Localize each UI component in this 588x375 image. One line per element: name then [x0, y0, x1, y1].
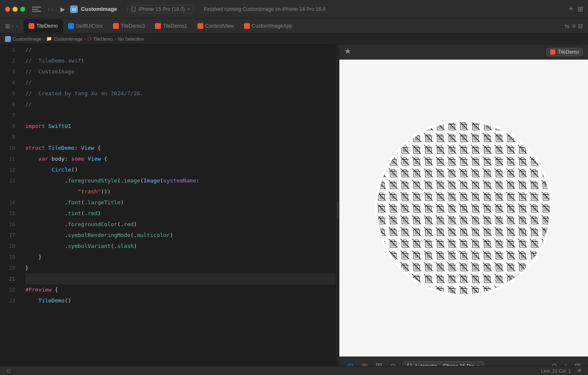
code-line: .foregroundStyle(.image(Image(systemName…: [25, 175, 336, 186]
svg-rect-4: [550, 49, 555, 55]
code-line: // Created by Yang Xu on 2024/7/26.: [25, 88, 336, 99]
svg-rect-20: [379, 364, 381, 366]
code-line: //: [25, 77, 336, 88]
code-area[interactable]: 1 2 3 4 5 6 7 8 9 10 11 12 13 14 15 16 1…: [0, 44, 336, 375]
breadcrumb-folder[interactable]: CustomImage: [54, 36, 82, 42]
project-icon: CI: [70, 5, 78, 13]
pin-button[interactable]: [344, 48, 351, 56]
layout-icon[interactable]: ⊞: [578, 368, 581, 373]
tab-back[interactable]: ‹: [12, 22, 14, 30]
svg-point-25: [393, 365, 393, 365]
main-content: 1 2 3 4 5 6 7 8 9 10 11 12 13 14 15 16 1…: [0, 44, 588, 375]
code-line: // CustomImage: [25, 66, 336, 77]
preview-svg: [375, 120, 552, 296]
code-line: //: [25, 44, 336, 55]
svg-rect-19: [376, 364, 378, 366]
breadcrumb-file[interactable]: TileDemo: [93, 36, 113, 42]
svg-text:CI: CI: [72, 8, 76, 12]
add-button[interactable]: +: [569, 5, 573, 13]
status-bar: ◻ Line: 21 Col: 1 ⊞: [0, 366, 588, 375]
sidebar-toggle[interactable]: [32, 7, 41, 12]
code-line: [25, 110, 336, 121]
code-lines: // // TileDemo.swift // CustomImage // /…: [18, 44, 336, 375]
breadcrumb: CustomImage › 📁 CustomImage › ⬡ TileDemo…: [0, 34, 588, 44]
tab-swiftuicore[interactable]: SwiftUICore: [63, 19, 108, 33]
swift-icon: [29, 23, 34, 29]
code-line: }: [25, 252, 336, 263]
editor-options[interactable]: ≡: [572, 23, 575, 29]
run-button[interactable]: ▶: [60, 6, 65, 13]
navigator-toggle[interactable]: ⊞: [5, 23, 10, 29]
code-line: //: [25, 99, 336, 110]
tab-tiledemo3[interactable]: TileDemo3: [108, 19, 150, 33]
code-line: struct TileDemo: View {: [25, 143, 336, 154]
code-line-highlighted: [25, 273, 336, 284]
breadcrumb-icon: [5, 36, 11, 42]
breadcrumb-folder-icon: 📁: [46, 36, 52, 42]
minimize-button[interactable]: [13, 7, 18, 12]
editor-divider[interactable]: [336, 44, 339, 375]
tab-tiledemo1[interactable]: TileDemo1: [150, 19, 192, 33]
status-icon[interactable]: ◻: [7, 368, 10, 373]
title-bar-right: + ⊞: [569, 5, 583, 13]
code-line: }: [25, 263, 336, 273]
code-line: .font(.largeTitle): [25, 197, 336, 208]
preview-toolbar: TileDemo: [339, 44, 588, 60]
code-line: TileDemo(): [25, 295, 336, 306]
back-button[interactable]: ‹: [48, 5, 50, 13]
code-line: Circle(): [25, 164, 336, 175]
traffic-lights: [5, 7, 25, 12]
swift-icon-2: [113, 23, 119, 29]
tab-contentview[interactable]: ContentView: [192, 19, 239, 33]
svg-rect-14: [375, 120, 552, 296]
breadcrumb-file-icon: ⬡: [87, 36, 92, 42]
tab-customimageapp[interactable]: CustomImageApp: [239, 19, 297, 33]
code-line: var body: some View {: [25, 154, 336, 164]
preview-file-label: TileDemo: [546, 48, 583, 56]
breadcrumb-project[interactable]: CustomImage: [13, 36, 41, 42]
code-line: .symbolRenderingMode(.multicolor): [25, 230, 336, 241]
line-numbers: 1 2 3 4 5 6 7 8 9 10 11 12 13 14 15 16 1…: [0, 44, 18, 375]
circle-preview: [375, 120, 552, 296]
close-button[interactable]: [5, 7, 10, 12]
code-line: // TileDemo.swift: [25, 55, 336, 66]
title-bar: ‹ › ▶ CI CustomImage iPhone 15 Pro (18.0…: [0, 0, 588, 18]
forward-button[interactable]: ›: [51, 5, 53, 13]
project-name: CustomImage: [81, 6, 117, 12]
build-status: Finished running CustomImage on iPhone 1…: [204, 6, 565, 12]
line-col-info: Line: 21 Col: 1: [541, 368, 571, 373]
tab-bar: ⊞ ‹ › TileDemo SwiftUICore TileDemo3 Til…: [0, 18, 588, 34]
code-line: import SwiftUI: [25, 121, 336, 132]
swift-icon-4: [197, 23, 203, 29]
code-line: .symbolVariant(.slash): [25, 241, 336, 252]
tab-tiledemo[interactable]: TileDemo: [24, 19, 63, 33]
minimap-button[interactable]: ⊟: [578, 23, 583, 29]
tab-forward[interactable]: ›: [16, 22, 18, 30]
preview-content: [339, 60, 588, 357]
swift-icon-3: [155, 23, 161, 29]
code-line: .tint(.red): [25, 208, 336, 219]
code-line: "trash"))): [25, 186, 336, 197]
status-bar-right: Line: 21 Col: 1 ⊞: [541, 368, 581, 373]
code-line: .foregroundColor(.red): [25, 219, 336, 230]
code-line: [25, 132, 336, 143]
split-editor-button[interactable]: ⇆: [564, 23, 570, 29]
preview-panel: TileDemo: [339, 44, 588, 375]
device-selector[interactable]: iPhone 15 Pro (18.0) ▾: [127, 5, 194, 13]
swiftui-icon: [68, 23, 74, 29]
iphone-icon: [131, 7, 136, 12]
layout-button[interactable]: ⊞: [578, 5, 583, 13]
pin-icon: [344, 48, 351, 55]
swift-file-icon: [550, 49, 555, 55]
code-editor[interactable]: 1 2 3 4 5 6 7 8 9 10 11 12 13 14 15 16 1…: [0, 44, 336, 375]
maximize-button[interactable]: [20, 7, 25, 12]
svg-point-3: [133, 10, 134, 11]
breadcrumb-selection[interactable]: No Selection: [118, 36, 144, 42]
code-line: #Preview {: [25, 284, 336, 295]
swift-icon-5: [244, 23, 250, 29]
tab-bar-controls: ⊞ ‹ ›: [2, 22, 22, 30]
